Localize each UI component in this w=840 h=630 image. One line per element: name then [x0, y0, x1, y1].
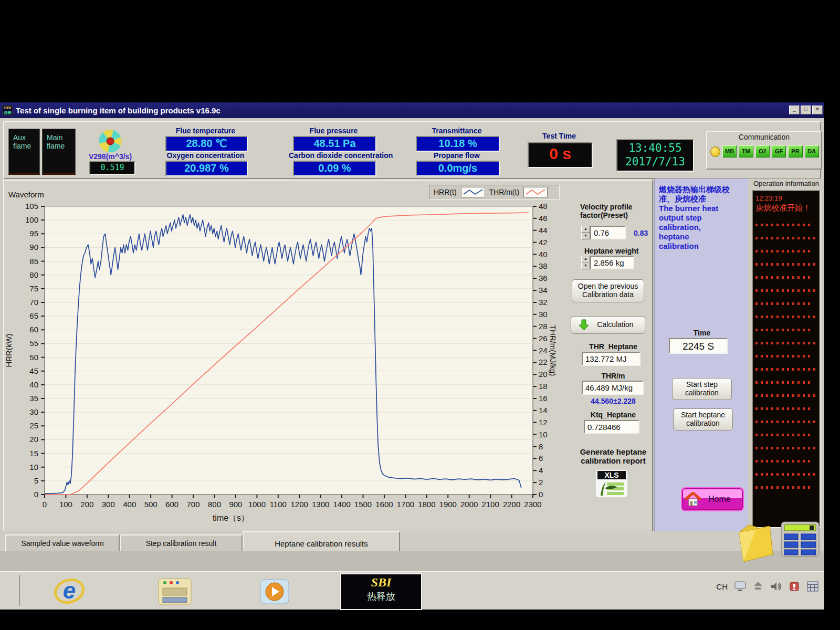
start-heptane-calibration-button[interactable]: Start heptane calibration: [673, 408, 733, 430]
svg-text:5: 5: [34, 476, 38, 485]
co2-concentration-label: Carbon dioxide concentration: [289, 151, 379, 160]
clock-date: 2017/7/13: [617, 155, 693, 169]
comm-button-gf[interactable]: GF: [772, 145, 786, 158]
communication-label: Communication: [707, 133, 821, 141]
svg-text:35: 35: [29, 394, 38, 403]
my-computer-icon[interactable]: [156, 576, 193, 607]
flue-pressure-label: Flue pressure: [293, 127, 374, 135]
svg-text:95: 95: [29, 229, 38, 238]
velocity-spinner[interactable]: ▲▼: [581, 226, 590, 239]
svg-text:40: 40: [29, 380, 38, 389]
calibration-notice: 燃烧器热输出梯级校 准、庚烷校准 The burner heat output …: [659, 185, 746, 251]
svg-text:1500: 1500: [354, 500, 372, 509]
volume-tray-icon[interactable]: [770, 581, 782, 592]
svg-text:55: 55: [29, 339, 38, 348]
svg-text:0: 0: [539, 490, 543, 499]
svg-text:THR/m(MJ/kg): THR/m(MJ/kg): [549, 325, 558, 376]
svg-text:1400: 1400: [333, 500, 350, 509]
comm-button-da[interactable]: DA: [805, 145, 819, 158]
svg-text:900: 900: [229, 500, 242, 509]
comm-button-pr[interactable]: PR: [788, 145, 802, 158]
svg-text:28: 28: [539, 322, 548, 331]
svg-text:6: 6: [539, 454, 543, 463]
operation-info-panel: Operation information 12:23:19 庚烷校准开始！: [748, 178, 824, 531]
eject-tray-icon[interactable]: [753, 581, 763, 592]
fan-icon: [98, 129, 123, 154]
transmittance-label: Transmittance: [416, 127, 498, 135]
operation-log-console[interactable]: 12:23:19 庚烷校准开始！: [752, 190, 821, 528]
maximize-button[interactable]: □: [801, 106, 811, 114]
desktop-icons: [730, 514, 824, 571]
svg-text:20: 20: [29, 435, 38, 444]
comm-button-o2[interactable]: O2: [755, 145, 770, 158]
svg-text:85: 85: [29, 257, 38, 266]
svg-text:46: 46: [539, 214, 548, 223]
svg-text:34: 34: [539, 286, 548, 295]
app-icon: SBI热释: [2, 105, 13, 116]
svg-text:2000: 2000: [460, 500, 478, 509]
main-flame-indicator: Main flame: [42, 129, 76, 175]
close-button[interactable]: ✕: [812, 106, 823, 114]
minimize-button[interactable]: _: [789, 106, 800, 114]
open-previous-calibration-button[interactable]: Open the previous Calibration data: [572, 279, 644, 302]
svg-text:14: 14: [539, 406, 548, 415]
svg-text:36: 36: [539, 274, 548, 282]
transmittance-display: 10.18 %: [416, 136, 500, 152]
test-time-value: 0 s: [529, 143, 592, 164]
tab-step-calibration-result[interactable]: Step calibration result: [120, 534, 243, 551]
svg-text:700: 700: [187, 500, 200, 509]
start-step-calibration-button[interactable]: Start step calibration: [672, 378, 732, 400]
svg-text:38: 38: [539, 261, 548, 270]
calculation-button[interactable]: Calculation: [571, 316, 645, 334]
svg-text:2100: 2100: [481, 500, 499, 509]
green-down-arrow-icon: [579, 319, 589, 331]
svg-text:30: 30: [29, 407, 38, 416]
clock-display: 13:40:55 2017/7/13: [616, 139, 694, 172]
tab-heptane-calibration-results[interactable]: Heptane calibration results: [243, 531, 400, 552]
svg-text:0: 0: [43, 500, 47, 509]
internet-explorer-icon[interactable]: e: [54, 575, 85, 606]
xls-report-icon[interactable]: XLS: [594, 468, 629, 499]
v298-display: 0.519: [89, 161, 135, 175]
svg-text:20: 20: [539, 370, 548, 379]
media-player-icon[interactable]: [258, 578, 291, 606]
display-settings-tray-icon[interactable]: [734, 581, 747, 592]
thr-m-tolerance: 44.560±2.228: [579, 397, 647, 405]
svg-text:16: 16: [539, 394, 548, 403]
calculator-icon[interactable]: [780, 521, 820, 558]
sbi-app-taskbar-button[interactable]: SBI 热释放: [340, 573, 422, 610]
heptane-weight-label: Heptane weight: [584, 247, 638, 255]
ktq-heptane-display: 0.728466: [584, 420, 639, 434]
log-message: 庚烷校准开始！: [755, 203, 817, 213]
time-display: 2245 S: [669, 338, 728, 354]
svg-text:100: 100: [25, 215, 38, 224]
tab-sampled-value-waveform[interactable]: Sampled value waveform: [5, 534, 120, 551]
svg-text:1000: 1000: [248, 500, 266, 509]
svg-text:600: 600: [165, 500, 178, 509]
language-indicator[interactable]: CH: [716, 582, 728, 591]
comm-button-mb[interactable]: MB: [722, 145, 737, 158]
window-title: Test of single burning item of building …: [16, 106, 220, 115]
side-panel: 燃烧器热输出梯级校 准、庚烷校准 The burner heat output …: [654, 178, 749, 531]
thr-m-label: THR/m: [579, 372, 647, 380]
propane-flow-display: 0.0mg/s: [416, 161, 500, 176]
instrument-panel: Aux flame Main flame V298(m^3/s) 0.519 F…: [3, 121, 821, 179]
co2-concentration-display: 0.09 %: [293, 161, 376, 176]
svg-text:2200: 2200: [503, 500, 520, 509]
svg-text:10: 10: [29, 463, 38, 471]
home-button-label: Home: [708, 495, 731, 504]
waveform-chart[interactable]: 0510152025303540455055606570758085909510…: [4, 181, 566, 532]
heptane-weight-input[interactable]: 2.856 kg: [590, 256, 634, 269]
comm-button-tm[interactable]: TM: [739, 145, 753, 158]
svg-text:40: 40: [539, 250, 548, 259]
home-button[interactable]: Home: [681, 487, 744, 511]
velocity-profile-label: Velocity profile factor(Preset): [580, 203, 654, 219]
svg-text:10: 10: [539, 430, 548, 439]
folder-icon[interactable]: [733, 516, 777, 566]
svg-text:60: 60: [29, 325, 38, 334]
velocity-input[interactable]: 0.76: [590, 226, 626, 239]
desktop-strip: [0, 551, 824, 571]
scheduler-tray-icon[interactable]: [806, 581, 819, 592]
safety-tray-icon[interactable]: [789, 581, 800, 592]
heptane-weight-spinner[interactable]: ▲▼: [581, 256, 590, 269]
